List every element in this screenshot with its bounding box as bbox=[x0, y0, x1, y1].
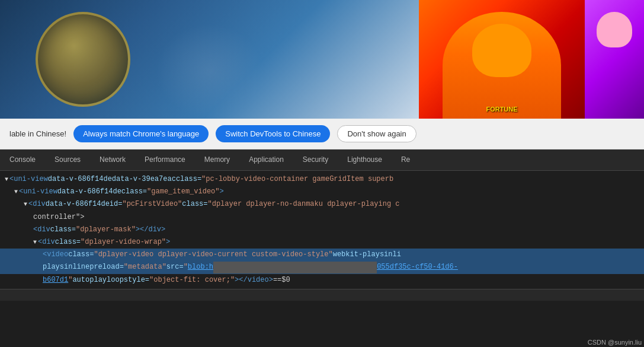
fortune-label: FORTUNE bbox=[486, 106, 517, 113]
html-line-5: <div class="dplayer-mask"></div> bbox=[0, 224, 644, 236]
tiger-face bbox=[472, 24, 531, 77]
language-match-button[interactable]: Always match Chrome's language bbox=[73, 125, 209, 142]
tiger-figure bbox=[443, 12, 561, 119]
html-line-9: b607d1 " autoplay loop style="object-fit… bbox=[0, 274, 644, 286]
html-line-3: ▼ <div data-v-686f14de id="pcFirstVideo"… bbox=[0, 198, 644, 211]
tab-sources[interactable]: Sources bbox=[45, 149, 90, 170]
tiger-game-thumb: FORTUNE bbox=[419, 0, 585, 119]
tab-performance[interactable]: Performance bbox=[135, 149, 195, 170]
html-line-7: <video class="dplayer-video dplayer-vide… bbox=[0, 249, 644, 261]
html-line-6: ▼ <div class="dplayer-video-wrap"> bbox=[0, 236, 644, 249]
devtools-html-panel: ▼ <uni-view data-v-686f14de data-v-39ea7… bbox=[0, 171, 644, 289]
tab-memory[interactable]: Memory bbox=[195, 149, 239, 170]
tab-console[interactable]: Console bbox=[0, 149, 45, 170]
other-game-thumb bbox=[585, 0, 644, 119]
devtools-bottom-bar bbox=[0, 289, 644, 301]
html-line-2: ▼ <uni-view data-v-686f14de class="game_… bbox=[0, 186, 644, 198]
game-thumbnails: FORTUNE bbox=[419, 0, 644, 119]
html-line-1: ▼ <uni-view data-v-686f14de data-v-39ea7… bbox=[0, 173, 644, 186]
browser-top-area: FORTUNE bbox=[0, 0, 644, 119]
tab-more[interactable]: Re bbox=[392, 149, 419, 170]
game-banner-left bbox=[0, 0, 419, 119]
char-head bbox=[597, 12, 632, 47]
notification-text: lable in Chinese! bbox=[9, 129, 66, 138]
arrow-2[interactable]: ▼ bbox=[14, 187, 18, 197]
switch-language-button[interactable]: Switch DevTools to Chinese bbox=[216, 125, 330, 142]
uuid-link-part1[interactable]: 055df35c-cf50-41d6- bbox=[377, 262, 458, 273]
devtools-tabs: Console Sources Network Performance Memo… bbox=[0, 149, 644, 171]
tab-network[interactable]: Network bbox=[90, 149, 135, 170]
html-line-4: controller"> bbox=[0, 211, 644, 224]
arrow-3[interactable]: ▼ bbox=[24, 200, 27, 209]
tab-lighthouse[interactable]: Lighthouse bbox=[338, 149, 392, 170]
tab-application[interactable]: Application bbox=[239, 149, 293, 170]
arrow-1[interactable]: ▼ bbox=[5, 175, 8, 184]
html-line-8: playsinline preload="metadata" src="blob… bbox=[0, 261, 644, 273]
uuid-link-part2[interactable]: b607d1 bbox=[43, 275, 68, 286]
coin-decoration bbox=[36, 12, 130, 107]
notification-bar: lable in Chinese! Always match Chrome's … bbox=[0, 119, 644, 149]
tab-security[interactable]: Security bbox=[293, 149, 338, 170]
arrow-4[interactable]: ▼ bbox=[33, 238, 37, 247]
dismiss-button[interactable]: Don't show again bbox=[337, 125, 416, 142]
blob-url-link[interactable]: blob:h bbox=[188, 262, 213, 273]
watermark: CSDN @sunyin.liu bbox=[588, 339, 642, 346]
